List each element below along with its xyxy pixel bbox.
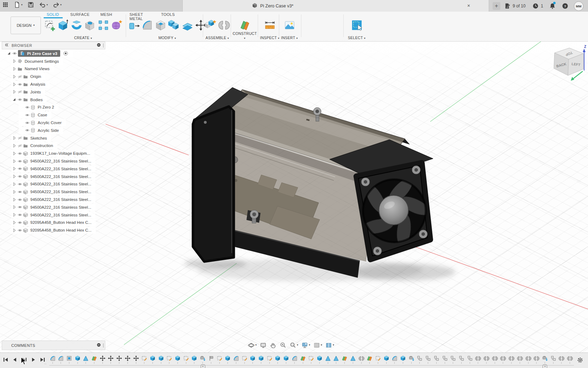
- visibility-eye-icon[interactable]: [17, 174, 23, 179]
- tree-caret-icon[interactable]: [11, 89, 17, 94]
- timeline-feature-insert[interactable]: [408, 355, 414, 364]
- save-button[interactable]: [27, 1, 34, 8]
- timeline-feature-extrude[interactable]: [158, 355, 164, 364]
- timeline-feature-sketch[interactable]: [183, 355, 189, 364]
- timeline-feature-plane[interactable]: [300, 355, 306, 364]
- timeline-feature-sketch[interactable]: [166, 355, 173, 364]
- browser-row[interactable]: 94500A222_316 Stainless Steel...: [11, 196, 96, 203]
- file-menu-button[interactable]: ▾: [14, 1, 23, 8]
- timeline-feature-move[interactable]: [108, 355, 114, 364]
- select-icon[interactable]: [351, 19, 363, 31]
- timeline-feature-move[interactable]: [133, 355, 139, 364]
- timeline-feature-instance[interactable]: [450, 355, 456, 364]
- view-cube[interactable]: TOP BACK LEFT Z: [544, 43, 586, 82]
- display-button[interactable]: ▾: [301, 342, 310, 349]
- browser-row[interactable]: 94500A222_316 Stainless Steel...: [11, 211, 96, 219]
- tree-caret-icon[interactable]: [11, 143, 17, 148]
- activate-radio-icon[interactable]: [63, 51, 69, 56]
- comment-options-icon[interactable]: [96, 342, 101, 349]
- browser-row[interactable]: 94500A222_316 Stainless Steel...: [11, 165, 96, 173]
- visibility-eye-icon[interactable]: [17, 151, 23, 156]
- timeline-feature-fillet[interactable]: [58, 355, 64, 364]
- fitw-button[interactable]: ▾: [289, 342, 298, 349]
- form-icon[interactable]: [111, 19, 123, 31]
- redo-button[interactable]: ▾: [53, 1, 62, 8]
- panel-options-icon[interactable]: [94, 42, 101, 49]
- timeline-feature-extrude[interactable]: [258, 355, 264, 364]
- combine-icon[interactable]: [168, 19, 180, 31]
- timeline-feature-extrude[interactable]: [74, 355, 81, 364]
- timeline-feature-fillet[interactable]: [392, 355, 398, 364]
- timeline-feature-joint[interactable]: [500, 355, 506, 364]
- browser-row[interactable]: 94500A222_316 Stainless Steel...: [11, 180, 96, 188]
- timeline-feature-sketch[interactable]: [266, 355, 273, 364]
- browser-row[interactable]: Sketches: [11, 134, 96, 142]
- undo-button[interactable]: ▾: [39, 1, 48, 8]
- ribbon-group-label[interactable]: SELECT ▾: [345, 36, 368, 40]
- timeline-feature-extrude[interactable]: [250, 355, 256, 364]
- browser-row[interactable]: Case: [19, 111, 96, 119]
- pattern-icon[interactable]: [98, 19, 109, 31]
- timeline-feature-joint[interactable]: [533, 355, 540, 364]
- visibility-eye-icon[interactable]: [17, 220, 23, 225]
- help-button[interactable]: ?: [562, 0, 568, 12]
- tree-caret-icon[interactable]: [11, 97, 17, 102]
- visibility-eye-icon[interactable]: [17, 159, 23, 164]
- timeline-feature-plane[interactable]: [91, 355, 98, 364]
- timeline-feature-joint[interactable]: [567, 355, 573, 364]
- browser-row[interactable]: 94500A222_316 Stainless Steel...: [11, 157, 96, 165]
- tree-caret-icon[interactable]: [11, 66, 17, 72]
- tab-close-button[interactable]: ×: [465, 2, 472, 9]
- timeline-feature-extrude[interactable]: [317, 355, 323, 364]
- new-tab-button[interactable]: +: [493, 0, 501, 12]
- timeline-skip-start-button[interactable]: [3, 357, 9, 363]
- tree-caret-icon[interactable]: [11, 189, 17, 195]
- tree-caret-icon[interactable]: [11, 174, 17, 179]
- joint34-icon[interactable]: [218, 19, 230, 31]
- ribbon-tab-tools[interactable]: TOOLS: [161, 12, 175, 17]
- browser-row[interactable]: 94500A222_316 Stainless Steel...: [11, 173, 96, 180]
- image-icon[interactable]: [284, 19, 295, 31]
- visibility-eye-icon[interactable]: [17, 143, 23, 148]
- timeline-feature-extrude[interactable]: [400, 355, 406, 364]
- ribbon-group-label[interactable]: ASSEMBLE ▾: [204, 36, 231, 40]
- browser-panel-header[interactable]: BROWSER: [2, 42, 105, 49]
- browser-row[interactable]: Analysis: [11, 80, 96, 88]
- ribbon-group-label[interactable]: MODIFY ▾: [130, 36, 205, 40]
- version-status[interactable]: 9 of 10: [504, 0, 526, 12]
- timeline-step-back-button[interactable]: [12, 357, 18, 363]
- timeline-feature-joint[interactable]: [517, 355, 523, 364]
- ribbon-tab-surface[interactable]: SURFACE: [70, 12, 90, 17]
- collapse-panel-icon[interactable]: [2, 42, 9, 49]
- browser-row[interactable]: 1939K17_Low–Voltage Equipm...: [11, 149, 96, 157]
- tree-caret-icon[interactable]: [11, 59, 17, 64]
- visibility-eye-icon[interactable]: [17, 197, 23, 202]
- timeline-feature-joint[interactable]: [525, 355, 531, 364]
- tree-caret-icon[interactable]: [11, 220, 17, 225]
- browser-row[interactable]: 94500A222_316 Stainless Steel...: [11, 188, 96, 196]
- offsetface-icon[interactable]: [182, 19, 193, 31]
- browser-row[interactable]: 92095A458_Button Head Hex C...: [11, 226, 96, 234]
- hole-icon[interactable]: [84, 19, 96, 31]
- timeline-feature-fillet[interactable]: [233, 355, 239, 364]
- pan-button[interactable]: [270, 342, 276, 349]
- timeline-feature-sketch[interactable]: [241, 355, 248, 364]
- timeline-feature-extrude[interactable]: [225, 355, 231, 364]
- comments-resize-handle[interactable]: [103, 343, 104, 348]
- timeline-feature-instance[interactable]: [458, 355, 464, 364]
- ribbon-group-label[interactable]: CONSTRUCT ▾: [232, 31, 257, 40]
- visibility-eye-icon[interactable]: [17, 82, 23, 87]
- browser-row[interactable]: Pi Zero 2: [19, 104, 96, 111]
- workspace-switcher[interactable]: DESIGN▾: [11, 17, 41, 34]
- timeline-feature-loft[interactable]: [83, 355, 89, 364]
- shell34-icon[interactable]: [155, 19, 167, 31]
- timeline-feature-instance[interactable]: [417, 355, 423, 364]
- tree-caret-icon[interactable]: [11, 212, 17, 217]
- browser-row[interactable]: Document Settings: [11, 57, 96, 65]
- timeline-feature-sketch[interactable]: [216, 355, 223, 364]
- tree-caret-icon[interactable]: [11, 82, 17, 87]
- measure-icon[interactable]: [264, 19, 276, 31]
- timeline-feature-extrude[interactable]: [191, 355, 198, 364]
- browser-row[interactable]: Construction: [11, 142, 96, 150]
- browser-row[interactable]: 92095A458_Button Head Hex C...: [11, 219, 96, 227]
